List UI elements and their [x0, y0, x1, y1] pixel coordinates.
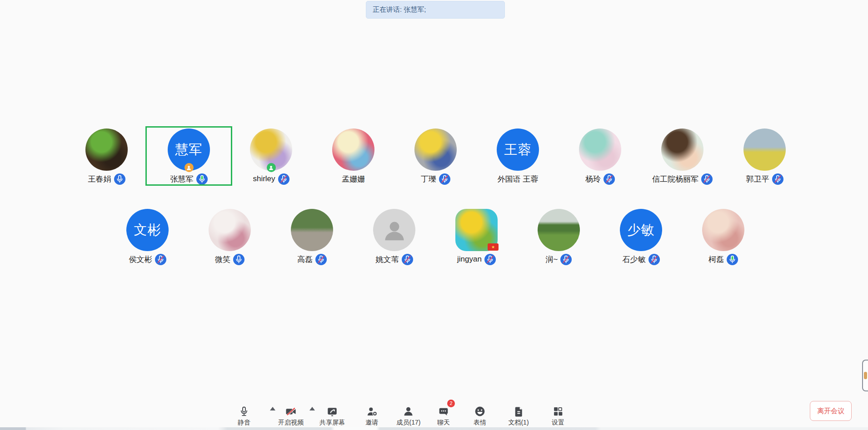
participant-tile[interactable]: 王蓉外国语 王蓉: [477, 129, 559, 185]
avatar: [250, 129, 292, 171]
mic-muted-icon: [649, 254, 660, 265]
toolbar-button-chat[interactable]: 2聊天: [437, 400, 450, 427]
toolbar-button-screen-share[interactable]: 共享屏幕: [319, 400, 345, 427]
toolbar-label-chat: 聊天: [437, 419, 450, 427]
participant-name-row: shirley: [253, 173, 289, 185]
toolbar-button-members[interactable]: 成员(17): [397, 400, 421, 427]
chat-bubble-icon: 2: [438, 404, 449, 417]
mic-speaking-icon: [727, 254, 738, 265]
mic-muted-icon: [484, 254, 496, 265]
participant-name-row: 杨玲: [585, 173, 615, 185]
participant-name-row: 侯文彬: [129, 253, 166, 265]
members-icon: [403, 404, 414, 417]
participant-name: 高磊: [297, 254, 313, 265]
toolbar-button-settings[interactable]: 设置: [552, 400, 564, 427]
participant-tile[interactable]: 杨玲: [559, 129, 641, 185]
avatar-image-hello-kitty-collage: [332, 129, 374, 171]
mic-muted-icon: [701, 173, 713, 185]
participant-name: 侯文彬: [129, 254, 152, 265]
toolbar-button-emoji[interactable]: 表情: [474, 400, 486, 427]
participant-tile[interactable]: 丁瓅: [394, 129, 477, 185]
avatar: 文彬: [126, 209, 169, 251]
participant-tile[interactable]: 王春娟: [65, 129, 148, 185]
participant-name: shirley: [253, 174, 275, 183]
toolbar-button-invite[interactable]: 邀请: [365, 400, 378, 427]
participant-tile[interactable]: 姚文苇: [353, 209, 435, 265]
mic-on-icon: [233, 254, 244, 265]
participant-name-row: 外国语 王蓉: [498, 173, 539, 185]
mic-muted-icon: [772, 173, 783, 185]
avatar: [373, 209, 415, 251]
participant-tile[interactable]: 少敏石少敏: [600, 209, 682, 265]
toolbar-label-invite: 邀请: [365, 419, 378, 427]
participant-name: 柯磊: [708, 254, 724, 265]
avatar-image-park-path-photo: [291, 209, 333, 251]
mute-options-caret[interactable]: [269, 406, 276, 411]
participant-name: 杨玲: [585, 174, 601, 184]
participant-name: 王春娟: [88, 174, 111, 184]
participant-tile[interactable]: ★jingyan: [435, 209, 518, 265]
avatar: [743, 129, 786, 171]
participant-name: 信工院杨丽军: [652, 174, 698, 184]
avatar-image-minions-photo: [414, 129, 457, 171]
avatar: 王蓉: [497, 129, 539, 171]
participant-name-row: 孟姗姗: [342, 173, 365, 185]
participant-name-row: 高磊: [297, 253, 327, 265]
document-icon: [513, 404, 524, 417]
emoji-smiley-icon: [474, 404, 486, 417]
avatar: 慧军: [168, 129, 210, 171]
participant-name-row: 信工院杨丽军: [652, 173, 713, 185]
taskbar-edge: [0, 427, 868, 430]
mic-muted-icon: [439, 173, 450, 185]
avatar-image-campus-lawn-photo: [538, 209, 580, 251]
toolbar-button-camera[interactable]: 开启视频: [278, 400, 304, 427]
meeting-window: 正在讲话: 张慧军; 王春娟 慧军 张慧军 shirley 孟姗姗丁瓅 王蓉外国…: [0, 0, 868, 430]
leave-meeting-button[interactable]: 离开会议: [810, 401, 852, 421]
avatar: [579, 129, 621, 171]
toolbar-button-mute[interactable]: 静音: [238, 400, 250, 427]
avatar-initials: 少敏: [620, 209, 662, 251]
avatar: [414, 129, 457, 171]
speaking-banner: 正在讲话: 张慧军;: [366, 1, 505, 19]
avatar-image-rapeseed-field-landscape: [743, 129, 786, 171]
toolbar-label-members: 成员(17): [397, 419, 421, 427]
participant-name: 郭卫平: [746, 174, 769, 184]
toolbar-label-settings: 设置: [552, 419, 564, 427]
toolbar-label-emoji: 表情: [474, 419, 486, 427]
side-panel-handle[interactable]: [862, 360, 868, 391]
participant-tile[interactable]: 柯磊: [682, 209, 764, 265]
avatar-default-silhouette: [373, 209, 415, 251]
participant-tile[interactable]: 微笑: [189, 209, 271, 265]
mic-muted-icon: [315, 254, 327, 265]
participant-tile[interactable]: 郭卫平: [723, 129, 806, 185]
participant-tile[interactable]: 润~: [518, 209, 600, 265]
caret-up-icon: [309, 407, 315, 410]
side-panel-handle-dot: [864, 372, 867, 379]
participant-name-row: 润~: [546, 253, 572, 265]
mic-muted-icon: [402, 254, 413, 265]
avatar: [702, 209, 744, 251]
participant-name-row: 王春娟: [88, 173, 125, 185]
screen-share-icon: [326, 404, 338, 417]
avatar: ★: [455, 209, 498, 251]
camera-options-caret[interactable]: [309, 406, 315, 411]
avatar: [85, 129, 128, 171]
speaking-banner-text: 正在讲话: 张慧军;: [373, 5, 426, 14]
participant-name: 石少敏: [623, 254, 646, 265]
toolbar-label-docs: 文档(1): [508, 419, 529, 427]
participant-name-row: 微笑: [215, 253, 244, 265]
toolbar-button-docs[interactable]: 文档(1): [508, 400, 529, 427]
participant-name-row: 石少敏: [623, 253, 660, 265]
participant-tile[interactable]: shirley: [230, 129, 312, 185]
participant-tile[interactable]: 信工院杨丽军: [641, 129, 723, 185]
avatar-initials: 文彬: [126, 209, 169, 251]
participant-tile[interactable]: 慧军 张慧军: [148, 129, 230, 185]
participant-grid-row-2: 文彬侯文彬 微笑 高磊 姚文苇 ★jingyan 润~ 少敏石少敏: [106, 209, 764, 265]
host-badge-icon: [185, 163, 194, 172]
participant-name-row: 姚文苇: [376, 253, 413, 265]
participant-name: 丁瓅: [421, 174, 436, 184]
participant-tile[interactable]: 高磊: [271, 209, 353, 265]
participant-tile[interactable]: 文彬侯文彬: [106, 209, 189, 265]
participant-name-row: 张慧军: [170, 173, 208, 185]
participant-tile[interactable]: 孟姗姗: [312, 129, 394, 185]
